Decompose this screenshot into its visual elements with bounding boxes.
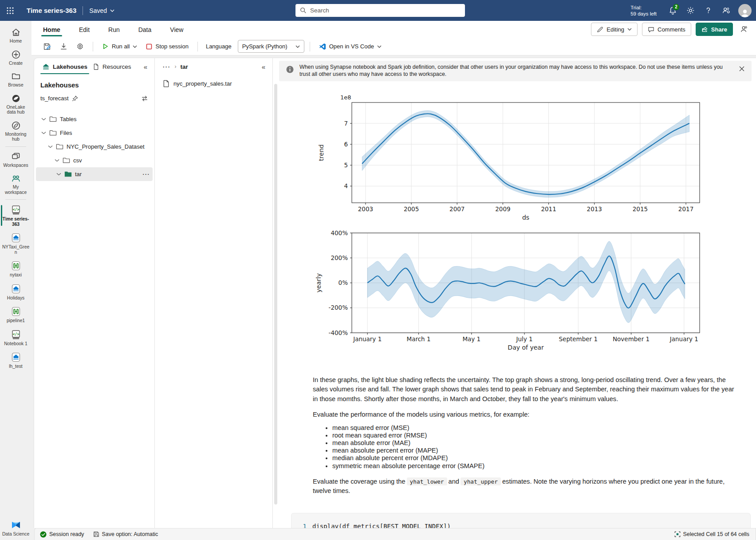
yearly-seasonality-chart: January 1March 1May 1July 1September 1No… xyxy=(315,227,738,355)
save-button[interactable] xyxy=(39,40,55,53)
tab-resources[interactable]: Resources xyxy=(91,59,133,74)
svg-text:</>: </> xyxy=(12,332,19,336)
breadcrumb-ellipsis[interactable]: ··· xyxy=(163,63,171,70)
save-status[interactable]: Saved xyxy=(89,7,114,14)
run-all-button[interactable]: Run all xyxy=(98,40,141,53)
folder-icon xyxy=(64,171,72,177)
comments-button[interactable]: Comments xyxy=(642,23,691,36)
notebook-icon: </> xyxy=(11,205,21,215)
collapse-explorer-icon[interactable]: « xyxy=(141,62,150,71)
ribbon-tab-data[interactable]: Data xyxy=(138,22,153,36)
lakehouse-tree: TablesFilesNYC_Property_Sales_Datasetcsv… xyxy=(34,112,154,181)
chevron-down-icon[interactable] xyxy=(55,173,62,176)
save-icon xyxy=(43,43,51,51)
tab-lakehouses[interactable]: Lakehouses xyxy=(40,59,89,74)
file-list: nyc_property_sales.tar xyxy=(155,77,272,90)
rail-item-monitoring-hub[interactable]: Monitoring hub xyxy=(0,118,32,145)
code-text: display(df_metrics[BEST_MODEL_INDEX]) xyxy=(312,523,451,528)
toolbar-divider xyxy=(197,42,198,51)
coverage-paragraph: Evaluate the coverage using theyhat_lowe… xyxy=(313,477,738,496)
workspaces-icon xyxy=(11,152,21,162)
ribbon-tab-run[interactable]: Run xyxy=(107,22,121,36)
chevron-down-icon[interactable] xyxy=(54,159,60,162)
rail-item-nytaxi-green[interactable]: NYTaxi_Green xyxy=(0,229,32,257)
rail-item-data-science[interactable]: Data Science xyxy=(0,516,32,540)
rail-item-label: Data Science xyxy=(2,532,29,537)
export-download-button[interactable] xyxy=(56,40,71,53)
rail-item-home[interactable]: Home xyxy=(0,24,32,47)
open-vscode-button[interactable]: Open in VS Code xyxy=(315,40,385,53)
rail-item-holidays[interactable]: Holidays xyxy=(0,280,32,304)
close-icon[interactable] xyxy=(738,65,746,75)
download-icon xyxy=(60,43,67,50)
svg-text:0%: 0% xyxy=(339,279,348,286)
share-button[interactable]: Share xyxy=(696,23,733,36)
chevron-down-icon[interactable] xyxy=(40,131,47,134)
user-avatar[interactable] xyxy=(738,4,752,17)
rail-item-time-series-363[interactable]: </>Time series-363 xyxy=(0,201,32,229)
save-option-status[interactable]: Save option: Automatic xyxy=(93,531,158,537)
tree-item-tables[interactable]: Tables xyxy=(34,112,154,126)
svg-text:yearly: yearly xyxy=(315,273,322,292)
tree-item-nyc-property-sales-dataset[interactable]: NYC_Property_Sales_Dataset xyxy=(34,140,154,154)
tree-item-files[interactable]: Files xyxy=(34,126,154,140)
tree-item-tar[interactable]: tar··· xyxy=(36,167,153,181)
notebook-title[interactable]: Time series-363 xyxy=(27,7,76,14)
svg-text:2017: 2017 xyxy=(678,205,693,213)
rail-item-my-workspace[interactable]: My workspace xyxy=(0,170,32,197)
ribbon-tab-edit[interactable]: Edit xyxy=(78,22,91,36)
vertical-scrollbar[interactable] xyxy=(274,84,277,505)
svg-text:-400%: -400% xyxy=(329,329,348,336)
rail-item-label: Create xyxy=(9,61,23,66)
language-select[interactable]: PySpark (Python) xyxy=(238,40,304,53)
more-options-icon[interactable]: ··· xyxy=(143,171,150,177)
notifications-bell-icon[interactable]: 2 xyxy=(665,3,681,19)
metric-bullet: mean absolute percent error (MAPE) xyxy=(332,447,712,454)
rail-item-create[interactable]: Create xyxy=(0,47,32,69)
editing-mode-button[interactable]: Editing xyxy=(591,23,638,36)
help-icon[interactable] xyxy=(700,3,716,19)
info-icon xyxy=(286,66,294,75)
switch-lakehouse-icon[interactable] xyxy=(141,95,148,102)
notebook-toolbar: Run all Stop session Language PySpark (P… xyxy=(32,38,756,55)
pin-icon xyxy=(72,95,78,102)
svg-text:2003: 2003 xyxy=(358,205,373,213)
svg-text:400%: 400% xyxy=(331,229,348,236)
file-item-nyc-property-sales-tar[interactable]: nyc_property_sales.tar xyxy=(155,77,272,90)
markdown-cell[interactable]: 200320052007200920112013201520174567dstr… xyxy=(273,81,756,496)
follow-person-icon[interactable] xyxy=(737,23,751,36)
folder-icon xyxy=(56,143,63,150)
svg-text:7: 7 xyxy=(344,119,348,126)
rail-item-onelake-data-hub[interactable]: OneLake data hub xyxy=(0,91,32,118)
lakehouse-icon xyxy=(42,63,50,71)
svg-text:-200%: -200% xyxy=(329,304,348,311)
svg-text:5: 5 xyxy=(344,161,348,168)
notebook-settings-button[interactable] xyxy=(73,40,87,53)
rail-item-browse[interactable]: Browse xyxy=(0,68,32,91)
rail-item-lh-test[interactable]: lh_test xyxy=(0,349,32,372)
settings-gear-icon[interactable] xyxy=(682,3,698,19)
rail-item-workspaces[interactable]: Workspaces xyxy=(0,149,32,171)
rail-item-label: pipeline1 xyxy=(7,318,25,323)
app-launcher-icon[interactable] xyxy=(0,0,20,21)
stop-session-button[interactable]: Stop session xyxy=(142,40,192,53)
rail-item-pipeline1[interactable]: pipeline1 xyxy=(0,303,32,326)
chevron-down-icon[interactable] xyxy=(47,145,53,148)
ribbon-tab-view[interactable]: View xyxy=(169,22,184,36)
tree-item-csv[interactable]: csv xyxy=(34,154,154,167)
feedback-person-icon[interactable] xyxy=(718,3,734,19)
chevron-down-icon[interactable] xyxy=(40,118,47,121)
collapse-file-panel-icon[interactable]: « xyxy=(259,62,268,71)
ribbon-tab-home[interactable]: Home xyxy=(42,22,61,36)
code-cell[interactable]: 1 display(df_metrics[BEST_MODEL_INDEX]) xyxy=(291,513,751,528)
folder-icon xyxy=(63,157,70,164)
toolbar-divider xyxy=(310,42,310,51)
pipeline-icon xyxy=(11,306,21,317)
search-input[interactable]: Search xyxy=(295,4,465,17)
rail-item-notebook-1[interactable]: </>Notebook 1 xyxy=(0,326,32,349)
rail-item-nytaxi[interactable]: nytaxi xyxy=(0,257,32,280)
topbar-right-cluster: Trial: 59 days left 2 xyxy=(630,3,756,19)
rail-item-label: nytaxi xyxy=(10,272,22,278)
trial-status: Trial: 59 days left xyxy=(630,4,657,17)
lakehouse-name[interactable]: ts_forecast xyxy=(40,95,69,102)
